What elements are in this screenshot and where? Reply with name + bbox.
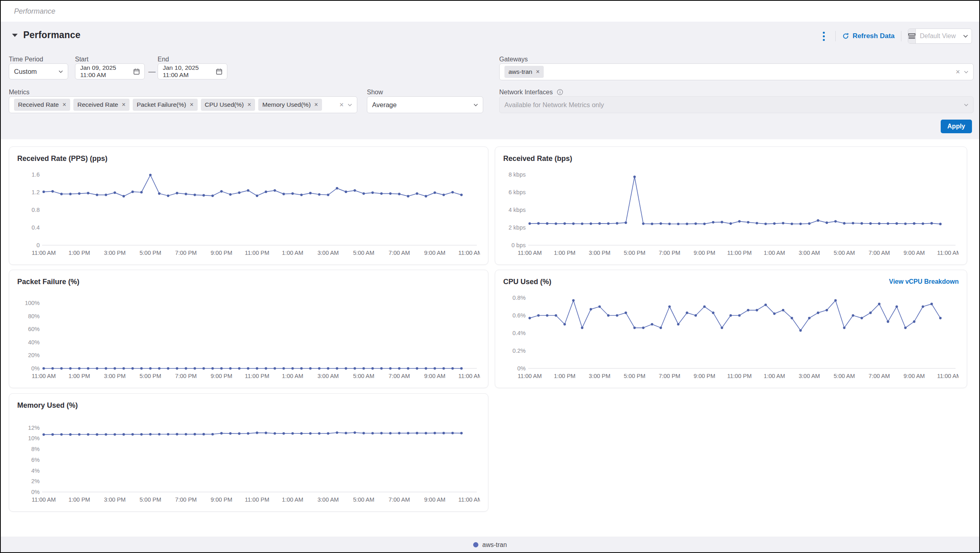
svg-text:11:00 PM: 11:00 PM <box>727 373 752 379</box>
start-datetime-input[interactable]: Jan 09, 2025 11:00 AM <box>75 63 145 79</box>
received-rate-pps-chart: 1.61.20.80.4011:00 AM1:00 PM3:00 PM5:00 … <box>17 164 480 260</box>
calendar-icon[interactable] <box>216 68 222 75</box>
chart-title: Received Rate (bps) <box>503 155 572 163</box>
packet-failure-card: Packet Failure (%) 100%80%60%40%20%0%11:… <box>9 270 488 388</box>
view-select[interactable]: Default View <box>908 28 972 44</box>
svg-text:7:00 PM: 7:00 PM <box>659 250 680 256</box>
info-icon[interactable] <box>557 89 563 95</box>
end-datetime-input[interactable]: Jan 10, 2025 11:00 AM <box>158 63 227 79</box>
chart-title: Memory Used (%) <box>17 401 78 410</box>
svg-text:5:00 PM: 5:00 PM <box>624 250 646 256</box>
show-select[interactable]: Average <box>367 96 483 113</box>
svg-text:0.8: 0.8 <box>32 207 40 213</box>
clear-selection-icon[interactable]: × <box>956 68 960 75</box>
svg-text:4 kbps: 4 kbps <box>508 207 526 213</box>
svg-text:2%: 2% <box>31 478 40 484</box>
svg-text:7:00 PM: 7:00 PM <box>175 496 197 503</box>
time-period-select[interactable]: Custom <box>9 63 68 79</box>
network-interfaces-label: Network Interfaces <box>499 89 563 96</box>
svg-text:0.4%: 0.4% <box>512 330 526 336</box>
view-vcpu-breakdown-link[interactable]: View vCPU Breakdown <box>889 278 959 285</box>
clear-selection-icon[interactable]: × <box>339 101 344 108</box>
svg-text:5:00 PM: 5:00 PM <box>624 373 646 379</box>
metric-chip[interactable]: Received Rate× <box>14 99 70 111</box>
chip-remove-icon[interactable]: × <box>122 102 126 108</box>
svg-text:20%: 20% <box>28 352 40 358</box>
legend-series-dot[interactable] <box>473 542 478 547</box>
chip-label: Packet Failure(%) <box>137 101 186 108</box>
gateway-chip[interactable]: aws-tran× <box>504 66 544 78</box>
divider <box>901 31 901 41</box>
gateways-multiselect[interactable]: aws-tran× × <box>499 63 974 80</box>
metric-chip[interactable]: Memory Used(%)× <box>258 99 322 111</box>
svg-text:5:00 AM: 5:00 AM <box>353 250 374 256</box>
cpu-used-card: CPU Used (%) View vCPU Breakdown 0.8%0.6… <box>495 270 967 388</box>
svg-text:3:00 AM: 3:00 AM <box>318 373 339 379</box>
chip-remove-icon[interactable]: × <box>536 69 539 75</box>
chip-remove-icon[interactable]: × <box>190 102 193 108</box>
svg-text:100%: 100% <box>25 300 40 306</box>
metrics-multiselect[interactable]: Received Rate×Received Rate×Packet Failu… <box>9 96 357 113</box>
cpu-used-chart: 0.8%0.6%0.4%0.2%0%11:00 AM1:00 PM3:00 PM… <box>503 287 959 383</box>
memory-used-card: Memory Used (%) 12%10%8%6%4%2%0%11:00 AM… <box>9 393 488 512</box>
chip-label: aws-tran <box>508 68 532 75</box>
svg-text:9:00 PM: 9:00 PM <box>694 250 715 256</box>
svg-text:1:00 AM: 1:00 AM <box>764 373 785 379</box>
view-layout-icon[interactable] <box>908 29 916 43</box>
packet-failure-chart: 100%80%60%40%20%0%11:00 AM1:00 PM3:00 PM… <box>17 287 480 383</box>
chart-title: Received Rate (PPS) (pps) <box>17 155 107 163</box>
collapse-caret-icon[interactable] <box>12 34 18 37</box>
svg-text:5:00 AM: 5:00 AM <box>353 496 374 503</box>
received-rate-bps-chart-canvas: 8 kbps6 kbps4 kbps2 kbps0 bps11:00 AM1:0… <box>503 164 959 260</box>
apply-button[interactable]: Apply <box>941 120 972 133</box>
metric-chip[interactable]: CPU Used(%)× <box>201 99 255 111</box>
svg-text:1:00 PM: 1:00 PM <box>554 250 575 256</box>
svg-text:9:00 AM: 9:00 AM <box>424 373 445 379</box>
svg-text:0.2%: 0.2% <box>512 348 526 354</box>
svg-text:11:00 AM: 11:00 AM <box>937 250 959 256</box>
calendar-icon[interactable] <box>134 68 140 75</box>
svg-text:3:00 PM: 3:00 PM <box>104 373 126 379</box>
chip-remove-icon[interactable]: × <box>63 102 66 108</box>
svg-text:1:00 AM: 1:00 AM <box>282 496 303 503</box>
svg-text:80%: 80% <box>28 313 40 319</box>
chip-label: Memory Used(%) <box>262 101 311 108</box>
svg-text:9:00 AM: 9:00 AM <box>424 496 445 503</box>
svg-text:3:00 PM: 3:00 PM <box>104 496 126 503</box>
chart-title: CPU Used (%) <box>503 278 551 286</box>
network-interfaces-select: Available for Network Metrics only <box>499 96 974 113</box>
end-label: End <box>158 56 169 63</box>
svg-text:0%: 0% <box>31 365 40 372</box>
refresh-data-button[interactable]: Refresh Data <box>842 32 895 40</box>
chart-title: Packet Failure (%) <box>17 278 79 286</box>
chevron-down-icon <box>963 35 968 38</box>
metric-chip[interactable]: Received Rate× <box>73 99 130 111</box>
svg-text:5:00 PM: 5:00 PM <box>140 250 161 256</box>
svg-text:3:00 AM: 3:00 AM <box>318 250 339 256</box>
metric-chip[interactable]: Packet Failure(%)× <box>133 99 198 111</box>
chevron-down-icon <box>474 104 478 106</box>
chip-remove-icon[interactable]: × <box>314 102 318 108</box>
svg-text:11:00 AM: 11:00 AM <box>518 250 542 256</box>
chevron-down-icon[interactable] <box>348 104 352 106</box>
breadcrumb-bar: Performance <box>1 1 979 22</box>
svg-text:0 bps: 0 bps <box>512 242 526 248</box>
cpu-used-chart-canvas: 0.8%0.6%0.4%0.2%0%11:00 AM1:00 PM3:00 PM… <box>503 287 959 383</box>
svg-text:8 kbps: 8 kbps <box>508 171 526 178</box>
kebab-menu-icon[interactable] <box>819 29 829 43</box>
divider <box>835 31 836 41</box>
svg-text:3:00 PM: 3:00 PM <box>589 373 610 379</box>
chevron-down-icon[interactable] <box>964 71 968 73</box>
breadcrumb: Performance <box>14 7 55 16</box>
app-window: Performance Performance Refresh Data <box>0 0 980 553</box>
chip-remove-icon[interactable]: × <box>247 102 251 108</box>
chevron-down-icon <box>59 70 63 73</box>
svg-text:11:00 AM: 11:00 AM <box>32 373 56 379</box>
svg-text:9:00 AM: 9:00 AM <box>903 250 925 256</box>
svg-text:11:00 AM: 11:00 AM <box>458 250 480 256</box>
chip-label: Received Rate <box>18 101 59 108</box>
legend-series-label[interactable]: aws-tran <box>482 541 507 549</box>
svg-text:5:00 AM: 5:00 AM <box>353 373 374 379</box>
received-rate-bps-chart: 8 kbps6 kbps4 kbps2 kbps0 bps11:00 AM1:0… <box>503 164 959 260</box>
svg-text:1:00 PM: 1:00 PM <box>69 496 90 503</box>
